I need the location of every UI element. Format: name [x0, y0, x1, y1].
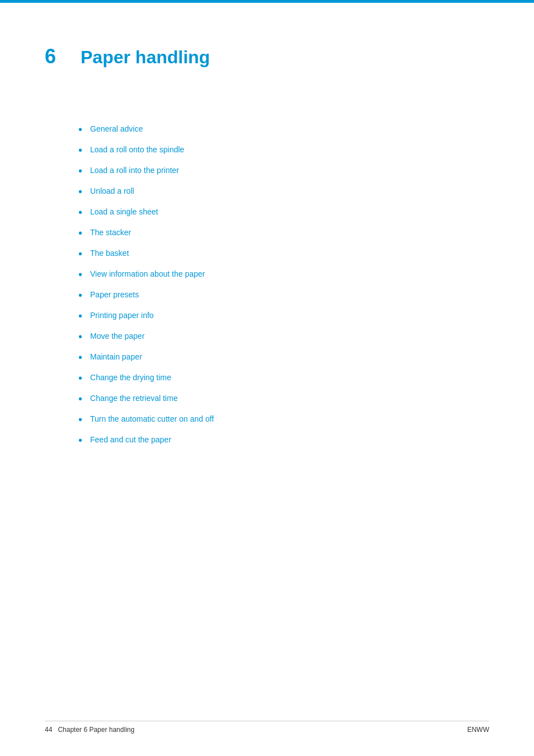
bullet-icon: •	[78, 434, 82, 447]
list-item: • Change the drying time	[78, 373, 489, 385]
list-item: • View information about the paper	[78, 269, 489, 281]
list-item: • Move the paper	[78, 332, 489, 343]
bullet-icon: •	[78, 123, 82, 136]
bullet-icon: •	[78, 330, 82, 343]
list-item: • The basket	[78, 249, 489, 260]
toc-link-general-advice[interactable]: General advice	[90, 124, 143, 133]
list-item: • Feed and cut the paper	[78, 435, 489, 447]
top-border-decoration	[0, 0, 534, 3]
bullet-icon: •	[78, 185, 82, 198]
bullet-icon: •	[78, 227, 82, 240]
bullet-icon: •	[78, 206, 82, 219]
bullet-icon: •	[78, 289, 82, 302]
bullet-icon: •	[78, 351, 82, 364]
toc-link-basket[interactable]: The basket	[90, 249, 129, 258]
list-item: • Paper presets	[78, 290, 489, 302]
bullet-icon: •	[78, 144, 82, 157]
list-item: • General advice	[78, 124, 489, 136]
page-container: 6 Paper handling • General advice • Load…	[0, 0, 534, 756]
list-item: • Turn the automatic cutter on and off	[78, 414, 489, 426]
bullet-icon: •	[78, 372, 82, 385]
chapter-title: Paper handling	[81, 47, 210, 68]
bullet-icon: •	[78, 393, 82, 405]
footer-locale: ENWW	[467, 726, 489, 734]
list-item: • Maintain paper	[78, 352, 489, 364]
toc-link-load-single-sheet[interactable]: Load a single sheet	[90, 207, 158, 216]
toc-list: • General advice • Load a roll onto the …	[78, 124, 489, 447]
bullet-icon: •	[78, 413, 82, 426]
bullet-icon: •	[78, 268, 82, 281]
list-item: • Change the retrieval time	[78, 394, 489, 405]
footer-page-number: 44	[45, 726, 52, 734]
list-item: • Load a roll onto the spindle	[78, 145, 489, 157]
toc-link-stacker[interactable]: The stacker	[90, 228, 131, 237]
toc-link-unload-roll[interactable]: Unload a roll	[90, 186, 134, 195]
toc-link-automatic-cutter[interactable]: Turn the automatic cutter on and off	[90, 414, 214, 423]
footer: 44 Chapter 6 Paper handling ENWW	[45, 721, 489, 734]
bullet-icon: •	[78, 165, 82, 178]
toc-link-feed-cut-paper[interactable]: Feed and cut the paper	[90, 435, 171, 444]
toc-link-change-drying-time[interactable]: Change the drying time	[90, 373, 171, 382]
list-item: • Printing paper info	[78, 311, 489, 323]
toc-link-change-retrieval-time[interactable]: Change the retrieval time	[90, 394, 177, 403]
list-item: • The stacker	[78, 228, 489, 240]
list-item: • Unload a roll	[78, 186, 489, 198]
toc-link-printing-paper-info[interactable]: Printing paper info	[90, 311, 154, 320]
footer-chapter-text: Chapter 6 Paper handling	[58, 726, 134, 734]
toc-link-paper-presets[interactable]: Paper presets	[90, 290, 139, 299]
toc-link-move-paper[interactable]: Move the paper	[90, 332, 144, 340]
chapter-header: 6 Paper handling	[45, 45, 489, 68]
toc-link-load-roll-printer[interactable]: Load a roll into the printer	[90, 166, 179, 175]
toc-link-maintain-paper[interactable]: Maintain paper	[90, 352, 142, 361]
chapter-number: 6	[45, 45, 67, 68]
toc-link-load-roll-spindle[interactable]: Load a roll onto the spindle	[90, 145, 184, 154]
toc-link-view-info[interactable]: View information about the paper	[90, 269, 205, 278]
list-item: • Load a roll into the printer	[78, 166, 489, 178]
list-item: • Load a single sheet	[78, 207, 489, 219]
bullet-icon: •	[78, 248, 82, 260]
bullet-icon: •	[78, 310, 82, 323]
footer-chapter-label: 44 Chapter 6 Paper handling	[45, 726, 134, 734]
